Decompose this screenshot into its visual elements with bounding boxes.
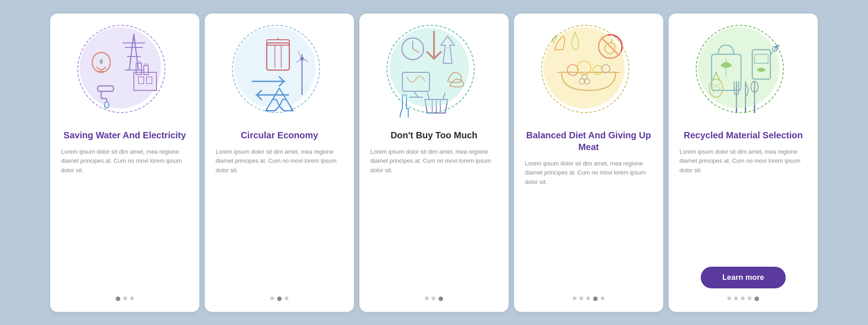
card-balanced-diet: Balanced Diet And Giving Up Meat Lorem i…: [514, 14, 663, 312]
card-4-illustration: [539, 23, 638, 122]
card-4-dots: [573, 297, 604, 301]
dot-4-1: [573, 297, 576, 300]
dot-2-1: [270, 297, 274, 300]
card-3-title: Don't Buy Too Much: [380, 129, 488, 141]
dot-3-2: [432, 297, 435, 300]
card-1-title: Saving Water And Electricity: [53, 129, 197, 141]
card-3-dots: [425, 297, 443, 301]
dot-4-active: [593, 297, 598, 301]
card-2-illustration: [230, 23, 329, 122]
card-5-body: Lorem ipsum dolor sit dim amet, mea regi…: [669, 147, 818, 259]
card-5-illustration: [693, 23, 793, 122]
card-1-dots: [116, 297, 134, 301]
card-5-title: Recycled Material Selection: [673, 129, 813, 141]
dot-4-5: [601, 297, 604, 300]
card-circular-economy: Circular Economy Lorem ipsum dolor sit d…: [205, 14, 354, 312]
dot-5-4: [748, 297, 751, 300]
dot-5-2: [734, 297, 738, 300]
card-5-dots: [727, 297, 759, 301]
dot-5-active: [755, 297, 759, 301]
dot-1-3: [130, 297, 134, 300]
dot-2-active: [277, 297, 282, 301]
card-2-dots: [270, 297, 288, 301]
card-3-illustration: [384, 23, 484, 122]
dot-3-1: [425, 297, 429, 300]
dot-1-2: [123, 297, 127, 300]
card-recycled-material: Recycled Material Selection Lorem ipsum …: [669, 14, 818, 312]
card-2-title: Circular Economy: [230, 129, 329, 141]
card-3-body: Lorem ipsum dolor sit dim amet, mea regi…: [359, 147, 509, 288]
dot-2-3: [285, 297, 288, 300]
cards-container: Saving Water And Electricity Lorem ipsum…: [37, 5, 831, 321]
card-saving-water: Saving Water And Electricity Lorem ipsum…: [50, 14, 199, 312]
card-4-body: Lorem ipsum dolor sit dim amet, mea regi…: [514, 159, 663, 288]
dot-5-3: [741, 297, 745, 300]
dot-3-active: [439, 297, 443, 301]
dot-4-2: [580, 297, 583, 300]
dot-4-3: [586, 297, 590, 300]
card-1-illustration: [75, 23, 175, 122]
card-1-body: Lorem ipsum dolor sit dim amet, mea regi…: [50, 147, 199, 288]
learn-more-button[interactable]: Learn more: [701, 267, 786, 288]
card-4-title: Balanced Diet And Giving Up Meat: [514, 129, 663, 153]
dot-1-active: [116, 297, 120, 301]
card-dont-buy: Don't Buy Too Much Lorem ipsum dolor sit…: [359, 14, 509, 312]
card-2-body: Lorem ipsum dolor sit dim amet, mea regi…: [205, 147, 354, 288]
dot-5-1: [727, 297, 731, 300]
